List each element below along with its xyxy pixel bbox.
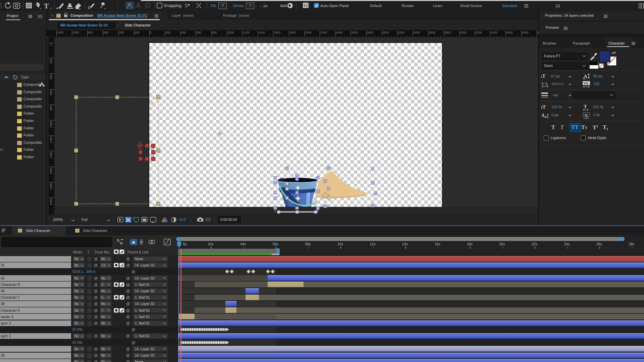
- svg-text:T: T: [44, 2, 49, 10]
- svg-text:a: a: [545, 115, 546, 119]
- svg-text:T: T: [584, 104, 587, 109]
- svg-text:V: V: [541, 81, 545, 86]
- svg-text:Q: Q: [585, 113, 588, 117]
- svg-text:A: A: [583, 77, 585, 80]
- svg-text:VA: VA: [583, 81, 588, 85]
- svg-text:A: A: [545, 81, 548, 86]
- svg-text:Snapping: Snapping: [164, 3, 181, 8]
